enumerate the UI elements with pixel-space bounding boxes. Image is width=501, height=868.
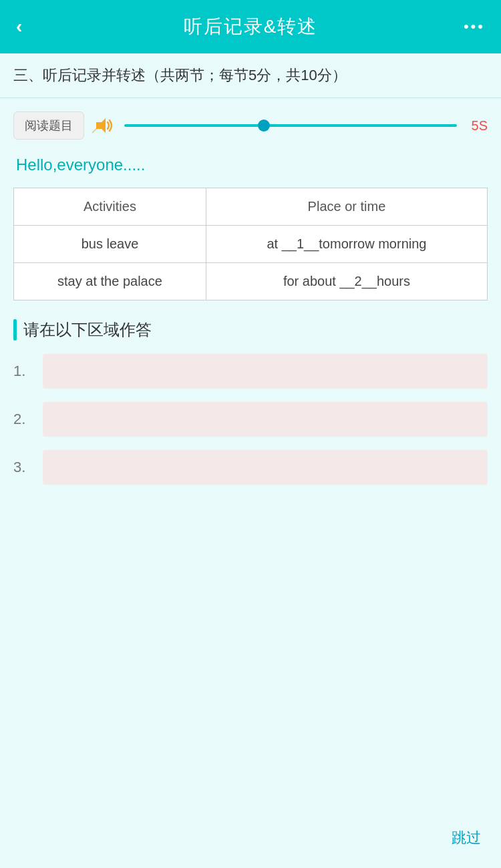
timer-text: 5S xyxy=(472,118,488,134)
table-row: stay at the palace for about __2__hours xyxy=(14,263,488,300)
answer-number-1: 1. xyxy=(13,363,33,380)
answer-item-3: 3. xyxy=(13,450,488,485)
answer-item-2: 2. xyxy=(13,402,488,437)
more-button[interactable]: ••• xyxy=(458,18,485,35)
answer-section: 请在以下区域作答 1. 2. 3. xyxy=(13,319,488,485)
table-header-row: Activities Place or time xyxy=(14,188,488,226)
read-button[interactable]: 阅读题目 xyxy=(13,112,84,140)
table-header-place-time: Place or time xyxy=(206,188,487,226)
greeting-text: Hello,everyone..... xyxy=(13,156,488,174)
audio-progress-container[interactable] xyxy=(124,124,457,127)
answer-input-1[interactable] xyxy=(43,354,488,389)
section-title-bar: 三、听后记录并转述（共两节；每节5分，共10分） xyxy=(0,53,501,98)
table-cell-place-2: for about __2__hours xyxy=(206,263,487,300)
answer-input-2[interactable] xyxy=(43,402,488,437)
section-title-text: 三、听后记录并转述（共两节；每节5分，共10分） xyxy=(13,67,347,83)
answer-label-text: 请在以下区域作答 xyxy=(23,319,152,341)
table-cell-activity-2: stay at the palace xyxy=(14,263,206,300)
answer-bar-decoration xyxy=(13,319,17,341)
answer-number-2: 2. xyxy=(13,411,33,428)
app-header: ‹ 听后记录&转述 ••• xyxy=(0,0,501,53)
table-cell-activity-1: bus leave xyxy=(14,226,206,263)
table-cell-place-1: at __1__tomorrow morning xyxy=(206,226,487,263)
table-header-activities: Activities xyxy=(14,188,206,226)
skip-button[interactable]: 跳过 xyxy=(452,828,481,848)
main-content: 阅读题目 5S Hello,everyone..... xyxy=(0,98,501,868)
audio-row: 阅读题目 5S xyxy=(13,112,488,140)
table-row: bus leave at __1__tomorrow morning xyxy=(14,226,488,263)
activity-table: Activities Place or time bus leave at __… xyxy=(13,188,488,300)
svg-line-1 xyxy=(92,128,98,133)
svg-marker-0 xyxy=(96,118,106,133)
back-button[interactable]: ‹ xyxy=(16,16,43,37)
answer-item-1: 1. xyxy=(13,354,488,389)
speaker-icon[interactable] xyxy=(92,116,116,136)
answer-input-3[interactable] xyxy=(43,450,488,485)
page-title: 听后记录&转述 xyxy=(184,14,318,39)
audio-progress-track xyxy=(124,124,457,127)
answer-label: 请在以下区域作答 xyxy=(13,319,488,341)
answer-number-3: 3. xyxy=(13,459,33,476)
audio-progress-thumb xyxy=(258,120,270,132)
